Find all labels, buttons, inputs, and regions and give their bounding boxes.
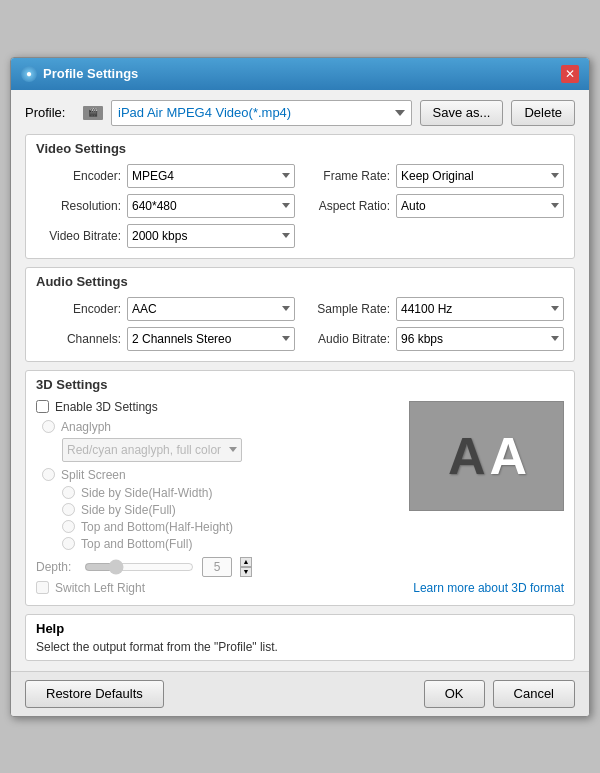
- channels-row: Channels: 2 Channels Stereo: [36, 327, 295, 351]
- audio-bitrate-row: Audio Bitrate: 96 kbps: [305, 327, 564, 351]
- profile-icon: 🎬: [83, 106, 103, 120]
- cancel-button[interactable]: Cancel: [493, 680, 575, 708]
- audio-settings-section: Audio Settings Encoder: AAC Sample Rate:…: [25, 267, 575, 362]
- depth-spinner: ▲ ▼: [240, 557, 252, 577]
- preview-letter-1: A: [448, 426, 484, 486]
- split-option-2: Top and Bottom(Half-Height): [62, 520, 564, 534]
- anaglyph-label[interactable]: Anaglyph: [61, 420, 111, 434]
- footer: Restore Defaults OK Cancel: [11, 671, 589, 716]
- split-half-height-label: Top and Bottom(Half-Height): [81, 520, 233, 534]
- preview-aa-display: A A: [448, 426, 525, 486]
- video-bitrate-row: Video Bitrate: 2000 kbps: [36, 224, 295, 248]
- split-full-radio[interactable]: [62, 503, 75, 516]
- split-half-width-label: Side by Side(Half-Width): [81, 486, 212, 500]
- profile-label: Profile:: [25, 105, 75, 120]
- split-screen-radio[interactable]: [42, 468, 55, 481]
- audio-encoder-select[interactable]: AAC: [127, 297, 295, 321]
- video-bitrate-select[interactable]: 2000 kbps: [127, 224, 295, 248]
- title-bar: ● Profile Settings ✕: [11, 58, 589, 90]
- audio-settings-title: Audio Settings: [36, 274, 564, 289]
- restore-defaults-button[interactable]: Restore Defaults: [25, 680, 164, 708]
- ok-button[interactable]: OK: [424, 680, 485, 708]
- save-as-button[interactable]: Save as...: [420, 100, 504, 126]
- audio-encoder-row: Encoder: AAC: [36, 297, 295, 321]
- audio-settings-grid: Encoder: AAC Sample Rate: 44100 Hz Chann…: [36, 297, 564, 351]
- split-half-width-radio[interactable]: [62, 486, 75, 499]
- switch-left-right-label[interactable]: Switch Left Right: [55, 581, 145, 595]
- depth-row: Depth: ▲ ▼: [36, 557, 564, 577]
- learn-more-link[interactable]: Learn more about 3D format: [413, 581, 564, 595]
- sample-rate-label: Sample Rate:: [305, 302, 390, 316]
- split-screen-label[interactable]: Split Screen: [61, 468, 126, 482]
- preview-letter-2: A: [490, 426, 526, 486]
- depth-slider[interactable]: [84, 559, 194, 575]
- anaglyph-radio[interactable]: [42, 420, 55, 433]
- dialog-content: Profile: 🎬 iPad Air MPEG4 Video(*.mp4) S…: [11, 90, 589, 671]
- depth-up-arrow[interactable]: ▲: [240, 557, 252, 567]
- video-settings-grid: Encoder: MPEG4 Frame Rate: Keep Original…: [36, 164, 564, 248]
- video-settings-title: Video Settings: [36, 141, 564, 156]
- channels-select[interactable]: 2 Channels Stereo: [127, 327, 295, 351]
- split-full-label: Side by Side(Full): [81, 503, 176, 517]
- delete-button[interactable]: Delete: [511, 100, 575, 126]
- anaglyph-sub-select[interactable]: Red/cyan anaglyph, full color: [62, 438, 242, 462]
- encoder-select[interactable]: MPEG4: [127, 164, 295, 188]
- resolution-label: Resolution:: [36, 199, 121, 213]
- profile-settings-dialog: ● Profile Settings ✕ Profile: 🎬 iPad Air…: [10, 57, 590, 717]
- split-bottom-full-label: Top and Bottom(Full): [81, 537, 192, 551]
- aspect-ratio-label: Aspect Ratio:: [305, 199, 390, 213]
- audio-encoder-label: Encoder:: [36, 302, 121, 316]
- frame-rate-label: Frame Rate:: [305, 169, 390, 183]
- 3d-preview-box: A A: [409, 401, 564, 511]
- footer-right-buttons: OK Cancel: [424, 680, 575, 708]
- 3d-settings-section: 3D Settings Enable 3D Settings Anaglyph: [25, 370, 575, 606]
- enable-3d-checkbox[interactable]: [36, 400, 49, 413]
- help-title: Help: [36, 621, 564, 636]
- audio-bitrate-select[interactable]: 96 kbps: [396, 327, 564, 351]
- video-settings-section: Video Settings Encoder: MPEG4 Frame Rate…: [25, 134, 575, 259]
- aspect-ratio-row: Aspect Ratio: Auto: [305, 194, 564, 218]
- encoder-label: Encoder:: [36, 169, 121, 183]
- split-option-3: Top and Bottom(Full): [62, 537, 564, 551]
- profile-row: Profile: 🎬 iPad Air MPEG4 Video(*.mp4) S…: [25, 100, 575, 126]
- enable-3d-label[interactable]: Enable 3D Settings: [55, 400, 158, 414]
- app-icon: ●: [21, 66, 37, 82]
- frame-rate-select[interactable]: Keep Original: [396, 164, 564, 188]
- resolution-select[interactable]: 640*480: [127, 194, 295, 218]
- depth-label: Depth:: [36, 560, 76, 574]
- help-text: Select the output format from the "Profi…: [36, 640, 564, 654]
- encoder-row: Encoder: MPEG4: [36, 164, 295, 188]
- sample-rate-select[interactable]: 44100 Hz: [396, 297, 564, 321]
- dialog-title: Profile Settings: [43, 66, 555, 81]
- aspect-ratio-select[interactable]: Auto: [396, 194, 564, 218]
- resolution-row: Resolution: 640*480: [36, 194, 295, 218]
- 3d-settings-title: 3D Settings: [36, 377, 564, 392]
- video-bitrate-label: Video Bitrate:: [36, 229, 121, 243]
- sample-rate-row: Sample Rate: 44100 Hz: [305, 297, 564, 321]
- depth-number-input[interactable]: [202, 557, 232, 577]
- switch-left-right-checkbox[interactable]: [36, 581, 49, 594]
- help-section: Help Select the output format from the "…: [25, 614, 575, 661]
- close-button[interactable]: ✕: [561, 65, 579, 83]
- audio-bitrate-label: Audio Bitrate:: [305, 332, 390, 346]
- depth-down-arrow[interactable]: ▼: [240, 567, 252, 577]
- frame-rate-row: Frame Rate: Keep Original: [305, 164, 564, 188]
- channels-label: Channels:: [36, 332, 121, 346]
- profile-select[interactable]: iPad Air MPEG4 Video(*.mp4): [111, 100, 412, 126]
- split-bottom-full-radio[interactable]: [62, 537, 75, 550]
- split-half-height-radio[interactable]: [62, 520, 75, 533]
